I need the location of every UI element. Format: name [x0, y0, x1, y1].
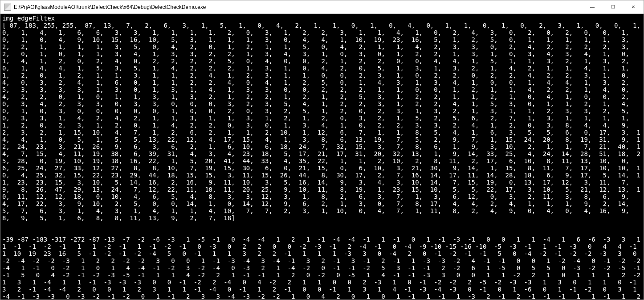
console-output[interactable]: img_edgeFiltex [ 87, 183, 255, 255, 87, …: [0, 14, 644, 300]
close-button[interactable]: ✕: [623, 0, 644, 13]
window-controls: — ☐ ✕: [582, 0, 644, 13]
app-window: E:\PrjAOI\glassModuleAOI\trunk\DefectChe…: [0, 0, 644, 300]
app-icon: [4, 4, 11, 11]
titlebar[interactable]: E:\PrjAOI\glassModuleAOI\trunk\DefectChe…: [0, 0, 644, 14]
window-title: E:\PrjAOI\glassModuleAOI\trunk\DefectChe…: [14, 4, 582, 10]
maximize-button[interactable]: ☐: [603, 0, 623, 13]
minimize-button[interactable]: —: [582, 0, 603, 13]
